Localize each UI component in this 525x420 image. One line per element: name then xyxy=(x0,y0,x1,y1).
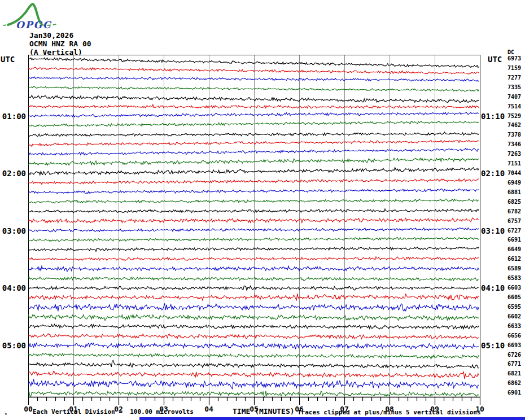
dc-value: 6656 xyxy=(508,333,521,339)
dc-value-column: 6973715972777335740775147529746273787346… xyxy=(508,0,525,420)
dc-value: 6589 xyxy=(508,266,521,272)
bottom-blue-bar xyxy=(139,417,525,420)
dc-value: 6602 xyxy=(508,314,521,320)
dc-value: 6612 xyxy=(508,256,521,262)
hour-label-left: 05:00 xyxy=(2,341,26,350)
header-date: Jan30,2026 xyxy=(29,31,91,40)
hour-label-right: 03:10 xyxy=(481,226,505,235)
seismogram-trace-row-6 xyxy=(28,104,479,108)
seismogram-trace-row-24 xyxy=(28,277,479,281)
dc-value: 6595 xyxy=(508,304,521,310)
hour-label-left: 04:00 xyxy=(2,283,26,292)
dc-value: 6973 xyxy=(508,56,521,62)
seismogram-trace-row-29 xyxy=(28,324,479,329)
seismogram-trace-row-9 xyxy=(28,132,479,137)
hour-labels-left: 01:0002:0003:0004:0005:00 xyxy=(0,0,27,420)
header-station: OCMN HNZ RA 00 xyxy=(29,40,91,48)
seismogram-trace-row-19 xyxy=(28,228,479,232)
hour-label-right: 05:10 xyxy=(481,341,505,350)
seismogram-trace-row-14 xyxy=(28,179,479,185)
seismogram-trace-row-32 xyxy=(28,353,479,359)
x-axis-title: TIME (MINUTES) xyxy=(233,407,295,415)
dc-value: 7044 xyxy=(508,170,521,176)
seismogram-trace-row-11 xyxy=(28,148,479,155)
dc-value: 6862 xyxy=(508,380,521,386)
dc-value: 6757 xyxy=(508,218,521,224)
seismogram-trace-row-23 xyxy=(28,266,479,272)
seismogram-trace-row-16 xyxy=(28,199,479,203)
seismogram-trace-row-15 xyxy=(28,189,479,194)
seismogram-trace-row-26 xyxy=(28,294,479,300)
footer-scale-note: Each Vertical Division = 100.00 microvol… xyxy=(33,408,194,415)
dc-value: 7263 xyxy=(508,151,521,157)
dc-value: 7159 xyxy=(508,65,521,71)
hour-label-right: 02:10 xyxy=(481,169,505,178)
dc-value: 7151 xyxy=(508,161,521,167)
seismogram-trace-row-3 xyxy=(28,77,479,81)
dc-value: 6821 xyxy=(508,371,521,377)
dc-value: 7335 xyxy=(508,85,521,90)
dc-value: 7529 xyxy=(508,113,521,119)
dc-value: 6901 xyxy=(508,390,521,396)
seismogram-trace-row-31 xyxy=(28,343,479,349)
seismogram-trace-row-33 xyxy=(28,360,479,368)
seismogram-trace-row-2 xyxy=(28,67,479,74)
dc-value: 6633 xyxy=(508,323,521,329)
dc-value: 6825 xyxy=(508,199,521,205)
dc-value: 6949 xyxy=(508,180,521,186)
dc-value: 6649 xyxy=(508,247,521,252)
seismogram-trace-row-30 xyxy=(28,334,479,339)
dc-value: 6603 xyxy=(508,285,521,291)
seismogram-trace-row-18 xyxy=(28,218,479,223)
seismogram-trace-row-22 xyxy=(28,257,479,261)
seismogram-trace-row-13 xyxy=(28,168,479,175)
helicorder-screen: OPGC Jan30,2026 OCMN HNZ RA 00 (A Vertic… xyxy=(0,0,525,420)
dc-value: 6583 xyxy=(508,275,521,281)
dc-value: 6726 xyxy=(508,352,521,358)
footer-clip-note: Traces clipped at plus/minus 5 vertical … xyxy=(298,409,481,416)
dc-value: 7378 xyxy=(508,132,521,138)
dc-value: 7277 xyxy=(508,75,521,81)
hour-label-left: 02:00 xyxy=(2,169,26,178)
hour-label-left: 03:00 xyxy=(2,226,26,235)
seismogram-trace-row-20 xyxy=(28,238,479,242)
dc-value: 6727 xyxy=(508,228,521,234)
dc-value: 6691 xyxy=(508,237,521,243)
seismogram-trace-row-27 xyxy=(28,304,479,312)
hour-label-right: 04:10 xyxy=(481,283,505,292)
seismogram-trace-row-25 xyxy=(28,286,479,290)
hour-label-right: 01:10 xyxy=(481,112,505,121)
seismogram-trace-row-17 xyxy=(28,209,479,213)
dc-value: 6605 xyxy=(508,295,521,300)
dc-value: 6881 xyxy=(508,190,521,195)
seismogram-trace-row-21 xyxy=(28,247,479,252)
seismogram-trace-row-7 xyxy=(28,112,479,117)
dc-value: 7462 xyxy=(508,123,521,128)
seismogram-trace-row-10 xyxy=(28,140,479,146)
seismogram-trace-row-1 xyxy=(28,58,479,67)
seismogram-trace-row-4 xyxy=(28,86,479,91)
seismogram-trace-row-35 xyxy=(28,379,479,389)
dc-value: 7346 xyxy=(508,142,521,147)
dc-value: 6693 xyxy=(508,343,521,348)
header-block: Jan30,2026 OCMN HNZ RA 00 (A Vertical) xyxy=(29,31,91,56)
seismogram-plot xyxy=(28,55,480,407)
seismogram-trace-row-34 xyxy=(28,371,479,379)
dc-value: 6782 xyxy=(508,209,521,215)
seismogram-trace-row-36 xyxy=(28,391,479,397)
seismogram-trace-row-8 xyxy=(28,121,479,127)
x-tick-label: 04 xyxy=(199,405,218,413)
dc-value: 7514 xyxy=(508,104,521,110)
seismogram-trace-row-5 xyxy=(28,95,479,103)
corner-glyph: ₘ xyxy=(5,411,7,416)
dc-value: 6771 xyxy=(508,361,521,367)
seismogram-trace-row-28 xyxy=(28,314,479,321)
dc-value: 7407 xyxy=(508,94,521,100)
seismogram-trace-row-12 xyxy=(28,158,479,165)
hour-label-left: 01:00 xyxy=(2,112,26,121)
